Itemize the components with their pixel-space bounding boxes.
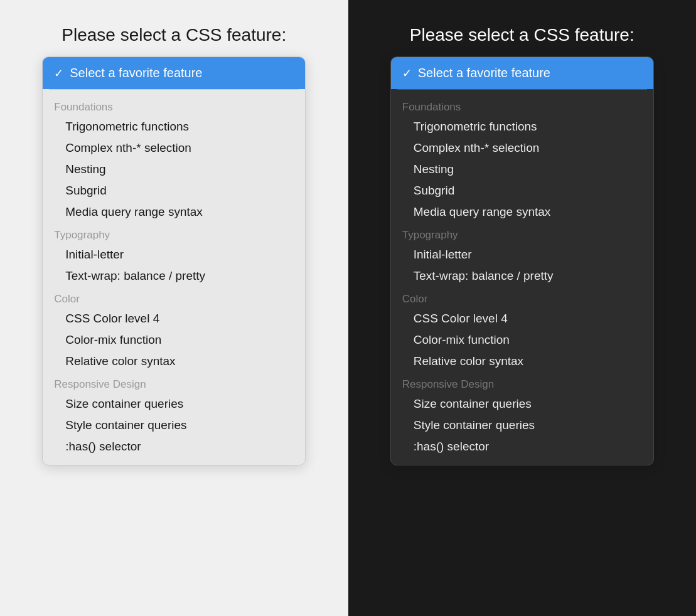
dark-option-item[interactable]: Trigonometric functions (391, 116, 653, 137)
light-selected-label: Select a favorite feature (70, 66, 202, 80)
light-option-item[interactable]: Subgrid (43, 180, 305, 201)
dark-option-item[interactable]: Style container queries (391, 415, 653, 436)
light-option-item[interactable]: Color-mix function (43, 329, 305, 351)
light-options-list: FoundationsTrigonometric functionsComple… (43, 90, 305, 465)
light-option-item[interactable]: CSS Color level 4 (43, 308, 305, 329)
light-group-label-2: Color (43, 287, 305, 308)
dark-option-item[interactable]: Subgrid (391, 180, 653, 201)
light-option-item[interactable]: Relative color syntax (43, 351, 305, 372)
light-option-item[interactable]: Initial-letter (43, 244, 305, 265)
dark-group-label-3: Responsive Design (391, 372, 653, 393)
dark-selected-label: Select a favorite feature (418, 66, 550, 80)
light-option-item[interactable]: :has() selector (43, 436, 305, 457)
dark-option-item[interactable]: CSS Color level 4 (391, 308, 653, 329)
light-option-item[interactable]: Trigonometric functions (43, 116, 305, 137)
light-option-item[interactable]: Media query range syntax (43, 201, 305, 223)
dark-group-label-2: Color (391, 287, 653, 308)
dark-option-item[interactable]: Color-mix function (391, 329, 653, 351)
light-group-label-3: Responsive Design (43, 372, 305, 393)
light-panel: Please select a CSS feature: ✓ Select a … (0, 0, 348, 616)
light-panel-title: Please select a CSS feature: (62, 25, 286, 45)
light-option-item[interactable]: Text-wrap: balance / pretty (43, 265, 305, 287)
dark-option-item[interactable]: Complex nth-* selection (391, 137, 653, 159)
dark-selected-option[interactable]: ✓ Select a favorite feature (391, 57, 653, 89)
light-option-item[interactable]: Nesting (43, 159, 305, 180)
light-select-box: ✓ Select a favorite feature FoundationsT… (42, 56, 306, 465)
dark-options-list: FoundationsTrigonometric functionsComple… (391, 90, 653, 465)
dark-panel: Please select a CSS feature: ✓ Select a … (348, 0, 697, 616)
light-checkmark-icon: ✓ (54, 66, 63, 80)
dark-panel-title: Please select a CSS feature: (410, 25, 634, 45)
light-option-item[interactable]: Size container queries (43, 393, 305, 415)
dark-option-item[interactable]: Media query range syntax (391, 201, 653, 223)
dark-option-item[interactable]: Nesting (391, 159, 653, 180)
light-option-item[interactable]: Complex nth-* selection (43, 137, 305, 159)
dark-select-box: ✓ Select a favorite feature FoundationsT… (390, 56, 654, 465)
dark-option-item[interactable]: Relative color syntax (391, 351, 653, 372)
dark-checkmark-icon: ✓ (402, 66, 412, 80)
dark-option-item[interactable]: Initial-letter (391, 244, 653, 265)
dark-option-item[interactable]: :has() selector (391, 436, 653, 457)
dark-option-item[interactable]: Size container queries (391, 393, 653, 415)
light-group-label-1: Typography (43, 223, 305, 244)
dark-option-item[interactable]: Text-wrap: balance / pretty (391, 265, 653, 287)
dark-group-label-1: Typography (391, 223, 653, 244)
dark-group-label-0: Foundations (391, 95, 653, 116)
light-option-item[interactable]: Style container queries (43, 415, 305, 436)
light-group-label-0: Foundations (43, 95, 305, 116)
light-selected-option[interactable]: ✓ Select a favorite feature (43, 57, 305, 89)
